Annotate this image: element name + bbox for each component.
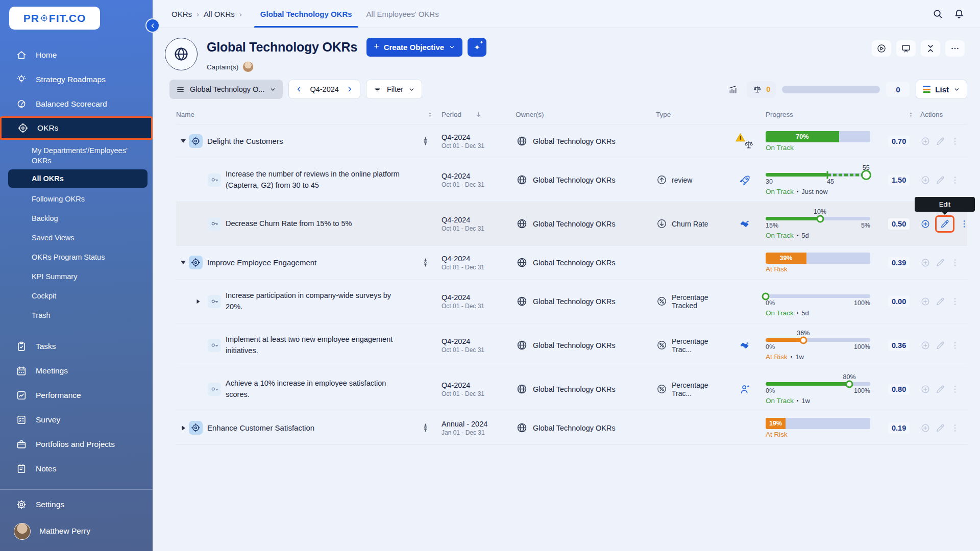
progress-slider[interactable]: [766, 217, 870, 220]
progress-bar[interactable]: 39%: [766, 253, 870, 264]
table-row[interactable]: Increase participation in company-wide s…: [176, 280, 967, 323]
edit-pencil-icon[interactable]: [935, 296, 945, 307]
brand-logo[interactable]: PR FIT.CO: [9, 7, 100, 30]
progress-slider[interactable]: [766, 382, 870, 386]
sidebar-subitem-saved-views[interactable]: Saved Views: [0, 228, 153, 247]
table-row[interactable]: Enhance Customer SatisfactionAnnual - 20…: [176, 411, 967, 445]
okr-name[interactable]: Delight the Customers: [207, 137, 283, 145]
alignment-scale-counter[interactable]: 0: [747, 81, 776, 98]
presentation-icon[interactable]: [896, 40, 916, 57]
captain-avatar[interactable]: [242, 61, 254, 72]
progress-slider[interactable]: [766, 173, 870, 177]
owner-name[interactable]: Global Technology OKRs: [533, 424, 616, 432]
row-menu-icon[interactable]: [950, 384, 960, 394]
breadcrumb-item[interactable]: OKRs: [172, 10, 192, 18]
person-star-icon[interactable]: [739, 383, 751, 395]
owner-name[interactable]: Global Technology OKRs: [533, 220, 616, 228]
add-checkin-icon[interactable]: [920, 296, 930, 307]
edit-pencil-icon[interactable]: [940, 219, 950, 229]
progress-bar[interactable]: 70%: [766, 131, 870, 142]
view-selector-dropdown[interactable]: List: [916, 80, 967, 99]
sidebar-item-home[interactable]: Home: [0, 43, 153, 67]
sidebar-item-strategy-roadmaps[interactable]: Strategy Roadmaps: [0, 67, 153, 92]
tab-global-technology-okrs[interactable]: Global Technology OKRs: [253, 0, 359, 28]
alignment-icon[interactable]: [421, 136, 430, 146]
more-options-icon[interactable]: [945, 40, 965, 57]
progress-slider[interactable]: [766, 294, 870, 298]
row-menu-icon[interactable]: [950, 340, 960, 350]
owner-name[interactable]: Global Technology OKRs: [533, 176, 616, 184]
sidebar-subitem-my-departments-employees-okrs[interactable]: My Departments'/Employees' OKRs: [0, 144, 153, 168]
column-header-progress[interactable]: Progress: [766, 111, 793, 118]
sidebar-item-okrs[interactable]: OKRs: [0, 116, 153, 140]
row-menu-icon[interactable]: [950, 136, 960, 146]
add-checkin-icon[interactable]: [920, 340, 930, 350]
progress-meter[interactable]: [782, 86, 880, 93]
column-header-period[interactable]: Period: [442, 111, 461, 118]
table-row[interactable]: Increase the number of reviews in the on…: [176, 158, 967, 202]
column-header-name[interactable]: Name: [176, 111, 194, 118]
progress-slider[interactable]: [766, 338, 870, 342]
sort-descending-icon[interactable]: [475, 111, 482, 118]
add-checkin-icon[interactable]: [920, 423, 930, 433]
table-row[interactable]: Implement at least two new employee enga…: [176, 323, 967, 367]
collapse-rows-icon[interactable]: [921, 40, 940, 57]
sidebar-subitem-okrs-program-status[interactable]: OKRs Program Status: [0, 247, 153, 267]
sidebar-item-balanced-scorecard[interactable]: Balanced Scorecard: [0, 92, 153, 116]
progress-bar[interactable]: 19%: [766, 418, 870, 429]
add-checkin-icon[interactable]: [920, 136, 930, 146]
column-header-owner[interactable]: Owner(s): [516, 111, 544, 118]
slider-handle[interactable]: [846, 380, 853, 388]
edit-pencil-icon[interactable]: [935, 258, 945, 268]
objective-icon[interactable]: [189, 256, 203, 269]
add-checkin-icon[interactable]: [920, 384, 930, 394]
sidebar-collapse-button[interactable]: [145, 18, 160, 33]
notifications-bell-icon[interactable]: [953, 8, 965, 19]
search-icon[interactable]: [932, 8, 943, 19]
next-period-button[interactable]: [346, 86, 353, 93]
okr-name[interactable]: Increase the number of reviews in the on…: [226, 169, 404, 190]
row-menu-icon[interactable]: [950, 258, 960, 268]
sidebar-item-settings[interactable]: Settings: [0, 493, 153, 516]
okr-name[interactable]: Implement at least two new employee enga…: [226, 334, 404, 356]
sidebar-item-portfolios-and-projects[interactable]: Portfolios and Projects: [0, 432, 153, 457]
sidebar-item-survey[interactable]: Survey: [0, 408, 153, 432]
sidebar-subitem-following-okrs[interactable]: Following OKRs: [0, 189, 153, 209]
rocket-icon[interactable]: [739, 174, 751, 186]
row-menu-icon[interactable]: [950, 296, 960, 307]
sidebar-item-performance[interactable]: Performance: [0, 383, 153, 408]
sort-icon[interactable]: [908, 111, 914, 118]
add-checkin-icon[interactable]: [920, 175, 930, 185]
column-header-type[interactable]: Type: [656, 111, 671, 118]
okr-name[interactable]: Improve Employee Engagement: [207, 258, 316, 267]
add-checkin-icon[interactable]: [920, 258, 930, 268]
table-row[interactable]: Improve Employee EngagementQ4-2024Oct 01…: [176, 246, 967, 280]
caret-down-icon[interactable]: [178, 139, 189, 143]
create-objective-button[interactable]: + Create Objective: [366, 38, 462, 57]
sidebar-subitem-backlog[interactable]: Backlog: [0, 209, 153, 228]
sidebar-subitem-trash[interactable]: Trash: [0, 306, 153, 325]
okr-name[interactable]: Enhance Customer Satisfaction: [207, 423, 314, 432]
slider-handle[interactable]: [816, 215, 824, 222]
owner-name[interactable]: Global Technology OKRs: [533, 137, 616, 145]
okr-name[interactable]: Decrease Churn Rate from 15% to 5%: [226, 218, 352, 229]
caret-right-icon[interactable]: [189, 299, 208, 304]
owner-name[interactable]: Global Technology OKRs: [533, 341, 616, 349]
objective-icon[interactable]: [189, 421, 203, 435]
handshake-icon[interactable]: [739, 218, 751, 230]
row-menu-icon[interactable]: [959, 219, 969, 229]
play-circle-icon[interactable]: [872, 40, 891, 57]
sidebar-item-tasks[interactable]: Tasks: [0, 334, 153, 359]
objective-icon[interactable]: [189, 134, 203, 148]
edit-pencil-icon[interactable]: [935, 175, 945, 185]
edit-pencil-icon[interactable]: [935, 423, 945, 433]
edit-pencil-icon[interactable]: [935, 384, 945, 394]
breadcrumb-item[interactable]: All OKRs: [204, 10, 235, 18]
owner-name[interactable]: Global Technology OKRs: [533, 385, 616, 393]
edit-pencil-icon[interactable]: [935, 340, 945, 350]
sidebar-subitem-kpi-summary[interactable]: KPI Summary: [0, 267, 153, 286]
owner-name[interactable]: Global Technology OKRs: [533, 297, 616, 306]
analytics-icon[interactable]: [725, 82, 741, 97]
warning-scale-icon[interactable]: [735, 133, 755, 149]
sidebar-subitem-cockpit[interactable]: Cockpit: [0, 286, 153, 306]
